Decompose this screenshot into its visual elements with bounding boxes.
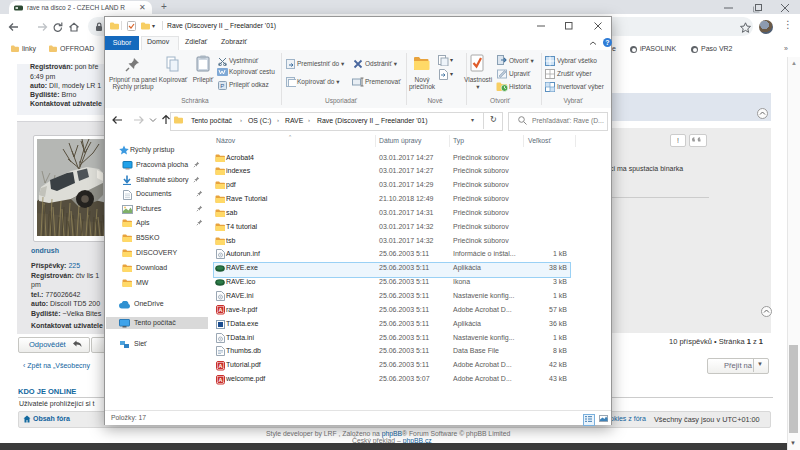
svg-text:A: A: [218, 363, 222, 369]
svg-text:A: A: [218, 377, 222, 383]
svg-text:A: A: [218, 307, 222, 313]
